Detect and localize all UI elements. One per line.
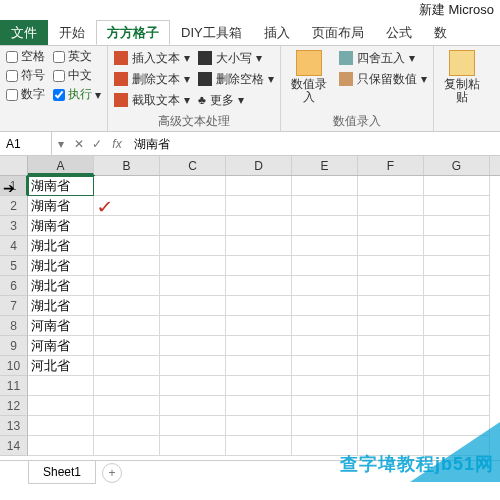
formula-value[interactable]: 湖南省 bbox=[128, 132, 500, 156]
cell-D10[interactable] bbox=[226, 356, 292, 376]
cell-C7[interactable] bbox=[160, 296, 226, 316]
cell-C10[interactable] bbox=[160, 356, 226, 376]
cell-D5[interactable] bbox=[226, 256, 292, 276]
cell-B10[interactable] bbox=[94, 356, 160, 376]
cell-G3[interactable] bbox=[424, 216, 490, 236]
name-dropdown-icon[interactable]: ▾ bbox=[52, 137, 70, 151]
cell-F9[interactable] bbox=[358, 336, 424, 356]
cell-E12[interactable] bbox=[292, 396, 358, 416]
row-header-11[interactable]: 11 bbox=[0, 376, 28, 396]
btn-delete-text[interactable]: 删除文本 ▾ bbox=[114, 69, 190, 89]
confirm-icon[interactable]: ✓ bbox=[88, 137, 106, 151]
cell-G2[interactable] bbox=[424, 196, 490, 216]
cell-G7[interactable] bbox=[424, 296, 490, 316]
row-header-4[interactable]: 4 bbox=[0, 236, 28, 256]
cell-A9[interactable]: 河南省 bbox=[28, 336, 94, 356]
col-header-E[interactable]: E bbox=[292, 156, 358, 175]
col-header-F[interactable]: F bbox=[358, 156, 424, 175]
cell-A13[interactable] bbox=[28, 416, 94, 436]
btn-num-input[interactable]: 数值录 入 bbox=[287, 48, 331, 113]
cell-C8[interactable] bbox=[160, 316, 226, 336]
col-header-A[interactable]: A bbox=[28, 156, 94, 175]
cell-F4[interactable] bbox=[358, 236, 424, 256]
tab-insert[interactable]: 插入 bbox=[253, 20, 301, 45]
cell-B13[interactable] bbox=[94, 416, 160, 436]
cell-A10[interactable]: 河北省 bbox=[28, 356, 94, 376]
cell-F10[interactable] bbox=[358, 356, 424, 376]
row-header-10[interactable]: 10 bbox=[0, 356, 28, 376]
btn-insert-text[interactable]: 插入文本 ▾ bbox=[114, 48, 190, 68]
cell-C13[interactable] bbox=[160, 416, 226, 436]
col-header-D[interactable]: D bbox=[226, 156, 292, 175]
cell-B9[interactable] bbox=[94, 336, 160, 356]
cell-A12[interactable] bbox=[28, 396, 94, 416]
cell-B11[interactable] bbox=[94, 376, 160, 396]
cell-E5[interactable] bbox=[292, 256, 358, 276]
cell-G11[interactable] bbox=[424, 376, 490, 396]
cell-C12[interactable] bbox=[160, 396, 226, 416]
sheet-tab[interactable]: Sheet1 bbox=[28, 461, 96, 484]
cell-F1[interactable] bbox=[358, 176, 424, 196]
cell-F7[interactable] bbox=[358, 296, 424, 316]
cell-G8[interactable] bbox=[424, 316, 490, 336]
fx-icon[interactable]: fx bbox=[106, 137, 128, 151]
row-header-3[interactable]: 3 bbox=[0, 216, 28, 236]
tab-formula[interactable]: 公式 bbox=[375, 20, 423, 45]
cell-B5[interactable] bbox=[94, 256, 160, 276]
tab-start[interactable]: 开始 bbox=[48, 20, 96, 45]
tab-file[interactable]: 文件 bbox=[0, 20, 48, 45]
row-header-12[interactable]: 12 bbox=[0, 396, 28, 416]
cell-B12[interactable] bbox=[94, 396, 160, 416]
cell-G1[interactable] bbox=[424, 176, 490, 196]
cell-A11[interactable] bbox=[28, 376, 94, 396]
tab-data[interactable]: 数 bbox=[423, 20, 458, 45]
chk-symbol[interactable]: 符号 bbox=[6, 67, 45, 84]
btn-round[interactable]: 四舍五入 ▾ bbox=[339, 48, 427, 68]
cell-D4[interactable] bbox=[226, 236, 292, 256]
cell-D9[interactable] bbox=[226, 336, 292, 356]
cell-C6[interactable] bbox=[160, 276, 226, 296]
cell-A2[interactable]: 湖南省 bbox=[28, 196, 94, 216]
cell-E10[interactable] bbox=[292, 356, 358, 376]
btn-del-space[interactable]: 删除空格 ▾ bbox=[198, 69, 274, 89]
cell-C11[interactable] bbox=[160, 376, 226, 396]
col-header-B[interactable]: B bbox=[94, 156, 160, 175]
cell-F11[interactable] bbox=[358, 376, 424, 396]
row-header-2[interactable]: 2 bbox=[0, 196, 28, 216]
cancel-icon[interactable]: ✕ bbox=[70, 137, 88, 151]
cell-B3[interactable] bbox=[94, 216, 160, 236]
cell-F5[interactable] bbox=[358, 256, 424, 276]
cell-D1[interactable] bbox=[226, 176, 292, 196]
cell-E3[interactable] bbox=[292, 216, 358, 236]
chk-en[interactable]: 英文 bbox=[53, 48, 101, 65]
cell-F3[interactable] bbox=[358, 216, 424, 236]
add-sheet-button[interactable]: + bbox=[102, 463, 122, 483]
cell-B4[interactable] bbox=[94, 236, 160, 256]
chk-cn[interactable]: 中文 bbox=[53, 67, 101, 84]
btn-crop-text[interactable]: 截取文本 ▾ bbox=[114, 90, 190, 110]
tab-diy[interactable]: DIY工具箱 bbox=[170, 20, 253, 45]
cell-F12[interactable] bbox=[358, 396, 424, 416]
chk-number[interactable]: 数字 bbox=[6, 86, 45, 103]
cell-C9[interactable] bbox=[160, 336, 226, 356]
cell-A14[interactable] bbox=[28, 436, 94, 456]
row-header-8[interactable]: 8 bbox=[0, 316, 28, 336]
select-all-corner[interactable] bbox=[0, 156, 28, 175]
name-box[interactable]: A1 bbox=[0, 132, 52, 156]
cell-F6[interactable] bbox=[358, 276, 424, 296]
cell-E8[interactable] bbox=[292, 316, 358, 336]
cell-C4[interactable] bbox=[160, 236, 226, 256]
cell-E1[interactable] bbox=[292, 176, 358, 196]
cell-E2[interactable] bbox=[292, 196, 358, 216]
btn-copy-paste[interactable]: 复制粘 贴 bbox=[440, 48, 484, 106]
cell-G4[interactable] bbox=[424, 236, 490, 256]
btn-case[interactable]: 大小写 ▾ bbox=[198, 48, 274, 68]
cell-D8[interactable] bbox=[226, 316, 292, 336]
col-header-G[interactable]: G bbox=[424, 156, 490, 175]
cell-E13[interactable] bbox=[292, 416, 358, 436]
col-header-C[interactable]: C bbox=[160, 156, 226, 175]
cell-E4[interactable] bbox=[292, 236, 358, 256]
cell-E6[interactable] bbox=[292, 276, 358, 296]
cell-G6[interactable] bbox=[424, 276, 490, 296]
btn-keep-num[interactable]: 只保留数值 ▾ bbox=[339, 69, 427, 89]
